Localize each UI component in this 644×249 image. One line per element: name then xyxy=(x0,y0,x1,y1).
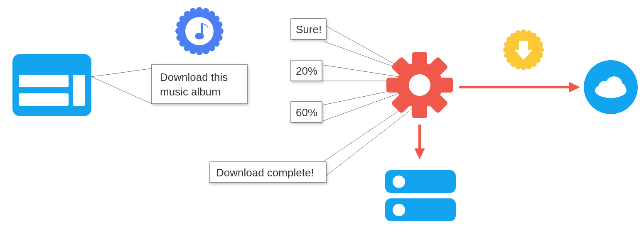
connector-line xyxy=(320,104,409,164)
response-bubble-20: 20% xyxy=(291,60,322,81)
svg-point-53 xyxy=(526,63,532,69)
svg-point-74 xyxy=(393,204,405,216)
svg-point-44 xyxy=(521,29,526,35)
svg-point-16 xyxy=(190,48,197,54)
svg-point-21 xyxy=(176,22,183,28)
svg-point-14 xyxy=(203,48,209,54)
svg-point-48 xyxy=(537,42,543,47)
svg-point-19 xyxy=(176,34,183,41)
svg-point-54 xyxy=(521,64,526,70)
arrow-down xyxy=(415,124,425,159)
response-bubble-done: Download complete! xyxy=(210,162,326,183)
svg-point-23 xyxy=(184,11,191,18)
svg-marker-40 xyxy=(569,82,580,92)
svg-point-24 xyxy=(190,8,197,15)
response-20-text: 20% xyxy=(296,65,317,77)
connector-line xyxy=(91,77,152,104)
svg-point-8 xyxy=(213,16,220,22)
response-60-text: 60% xyxy=(296,106,317,119)
download-badge-icon xyxy=(503,29,544,70)
response-bubble-sure: Sure! xyxy=(291,19,326,39)
response-sure-text: Sure! xyxy=(296,23,322,36)
connector-line xyxy=(91,68,152,77)
svg-point-10 xyxy=(217,28,224,34)
svg-point-6 xyxy=(203,8,209,15)
svg-point-13 xyxy=(208,45,215,51)
svg-rect-1 xyxy=(19,75,69,87)
svg-marker-42 xyxy=(415,149,425,159)
svg-rect-64 xyxy=(519,41,528,51)
svg-point-72 xyxy=(393,176,405,188)
connector-line xyxy=(320,108,413,181)
svg-point-9 xyxy=(216,22,223,28)
svg-point-58 xyxy=(504,52,510,58)
svg-rect-3 xyxy=(73,75,85,106)
svg-point-15 xyxy=(196,49,203,55)
request-speech-bubble: Download this music album xyxy=(152,64,247,104)
svg-point-49 xyxy=(538,47,544,53)
svg-point-11 xyxy=(216,34,223,41)
response-done-text: Download complete! xyxy=(216,166,314,179)
svg-point-70 xyxy=(614,83,626,95)
response-bubble-60: 60% xyxy=(291,102,322,122)
svg-point-63 xyxy=(515,30,521,36)
arrow-right xyxy=(459,82,580,92)
svg-point-27 xyxy=(195,33,204,39)
svg-point-18 xyxy=(179,40,186,46)
cloud-icon xyxy=(584,60,638,114)
svg-point-5 xyxy=(196,7,203,14)
client-window-icon xyxy=(12,54,91,116)
storage-server-icon xyxy=(385,170,456,221)
svg-point-25 xyxy=(185,17,214,45)
music-badge-icon xyxy=(175,7,224,55)
svg-point-59 xyxy=(503,47,509,53)
gear-icon xyxy=(386,52,453,118)
connector-line xyxy=(319,64,399,77)
architecture-diagram: Download this music album Sure! 20% 60% … xyxy=(0,0,644,249)
svg-rect-2 xyxy=(19,93,69,106)
svg-point-20 xyxy=(175,28,182,34)
svg-point-38 xyxy=(409,74,430,96)
